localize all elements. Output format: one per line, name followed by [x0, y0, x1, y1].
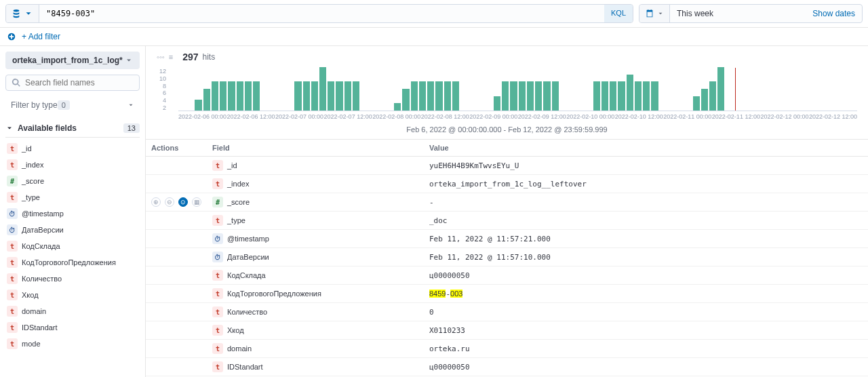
bar[interactable] — [535, 81, 542, 111]
bar[interactable] — [527, 81, 534, 111]
index-pattern-select[interactable]: orteka_import_from_1c_log* — [5, 52, 140, 69]
field-item[interactable]: ⏱ДатаВерсии — [5, 222, 140, 238]
field-type-icon: t — [212, 306, 223, 317]
bar[interactable] — [717, 67, 724, 111]
bar[interactable] — [701, 89, 708, 111]
bar[interactable] — [709, 81, 716, 111]
show-dates-link[interactable]: Show dates — [806, 5, 862, 22]
bar[interactable] — [253, 81, 260, 111]
bar[interactable] — [593, 81, 600, 111]
bar[interactable] — [435, 81, 442, 111]
bar[interactable] — [212, 81, 218, 111]
bar[interactable] — [452, 81, 459, 111]
field-type-icon: t — [212, 343, 223, 354]
bar[interactable] — [610, 81, 616, 111]
bar[interactable] — [643, 81, 650, 111]
date-range-label: Feb 6, 2022 @ 00:00:00.000 - Feb 12, 202… — [146, 123, 868, 139]
doc-table-wrap: Actions Field Value ⊕⊖⊙▦t_idyuEH6H4B9KmT… — [146, 139, 868, 377]
kql-button[interactable]: KQL — [604, 5, 633, 22]
available-fields-header[interactable]: Available fields 13 — [5, 119, 140, 138]
bar[interactable] — [635, 81, 642, 111]
bar[interactable] — [336, 81, 342, 111]
field-search[interactable] — [5, 75, 140, 91]
filter-by-type[interactable]: Filter by type 0 — [5, 96, 140, 114]
bar[interactable] — [303, 81, 310, 111]
bar[interactable] — [328, 81, 334, 111]
bar[interactable] — [195, 100, 201, 111]
field-type-icon: t — [7, 257, 18, 268]
calendar-button[interactable] — [639, 5, 670, 22]
field-item[interactable]: t_id — [5, 140, 140, 157]
field-item[interactable]: tХкод — [5, 287, 140, 303]
hits-label: hits — [202, 52, 215, 62]
histogram-chart[interactable]: 12108642 2022-02-06 00:002022-02-06 12:0… — [146, 68, 868, 123]
add-filter-button[interactable]: + Add filter — [22, 32, 60, 41]
column-icon[interactable]: ▦ — [192, 197, 201, 207]
field-item[interactable]: ⏱@timestamp — [5, 205, 140, 222]
field-search-input[interactable] — [25, 78, 134, 87]
bar[interactable] — [510, 81, 517, 111]
table-row: ⊕⊖⊙▦tIDStandartц00000050 — [146, 358, 868, 376]
bar[interactable] — [618, 81, 625, 111]
bar[interactable] — [245, 81, 252, 111]
field-name: IDStandart — [22, 323, 58, 332]
bar[interactable] — [552, 81, 559, 111]
bar[interactable] — [220, 81, 226, 111]
bar[interactable] — [651, 81, 658, 111]
bar[interactable] — [311, 81, 318, 111]
table-row: ⊕⊖⊙▦⏱@timestampFeb 11, 2022 @ 11:57:21.0… — [146, 230, 868, 248]
field-item[interactable]: tdomain — [5, 303, 140, 319]
bar[interactable] — [427, 81, 434, 111]
field-name: _type — [227, 216, 245, 224]
field-value: _doc — [424, 212, 868, 230]
bar[interactable] — [494, 96, 500, 111]
toggle-icon[interactable]: ⊙ — [178, 197, 188, 207]
bar[interactable] — [394, 103, 401, 111]
field-type-icon: t — [212, 270, 223, 281]
field-name: ДатаВерсии — [227, 253, 269, 261]
bar[interactable] — [402, 89, 409, 111]
field-type-icon: t — [212, 215, 223, 226]
data-source-button[interactable] — [6, 5, 39, 22]
bar[interactable] — [237, 81, 243, 111]
search-input[interactable] — [39, 5, 604, 22]
bar[interactable] — [411, 81, 418, 111]
bar[interactable] — [444, 81, 451, 111]
date-label[interactable]: This week — [670, 5, 806, 22]
field-item[interactable]: t_index — [5, 157, 140, 173]
add-icon[interactable]: ⊕ — [151, 197, 161, 207]
tool-icon[interactable]: ≡ — [169, 53, 173, 61]
remove-icon[interactable]: ⊖ — [165, 197, 174, 207]
field-item[interactable]: tIDStandart — [5, 319, 140, 336]
field-item[interactable]: tКодТорговогоПредложения — [5, 254, 140, 271]
field-item[interactable]: #_score — [5, 173, 140, 189]
bar[interactable] — [319, 67, 326, 111]
bar[interactable] — [203, 89, 210, 111]
bar[interactable] — [419, 81, 426, 111]
bar[interactable] — [543, 81, 550, 111]
bar[interactable] — [228, 81, 235, 111]
table-row: ⊕⊖⊙▦tКодСкладац00000050 — [146, 266, 868, 285]
tool-icon[interactable]: ◦◦◦ — [157, 53, 165, 61]
field-value: orteka.ru — [424, 340, 868, 358]
bar[interactable] — [353, 81, 359, 111]
field-name: _type — [22, 193, 40, 201]
table-row: ⊕⊖⊙▦t_indexorteka_import_from_1c_log__le… — [146, 175, 868, 193]
field-type-icon: t — [212, 160, 223, 171]
bar[interactable] — [502, 81, 509, 111]
field-type-icon: t — [7, 241, 18, 252]
field-item[interactable]: tКоличество — [5, 271, 140, 287]
field-name: _id — [22, 144, 32, 153]
field-item[interactable]: t_type — [5, 189, 140, 205]
bar[interactable] — [693, 96, 700, 111]
field-item[interactable]: tmode — [5, 336, 140, 352]
doc-table: Actions Field Value ⊕⊖⊙▦t_idyuEH6H4B9KmT… — [146, 140, 868, 377]
bar[interactable] — [601, 81, 608, 111]
field-type-icon: t — [212, 325, 223, 336]
bar[interactable] — [627, 75, 633, 111]
bar[interactable] — [294, 81, 301, 111]
bar[interactable] — [344, 81, 351, 111]
field-type-icon: t — [7, 306, 18, 317]
bar[interactable] — [519, 81, 526, 111]
field-item[interactable]: tКодСклада — [5, 238, 140, 254]
